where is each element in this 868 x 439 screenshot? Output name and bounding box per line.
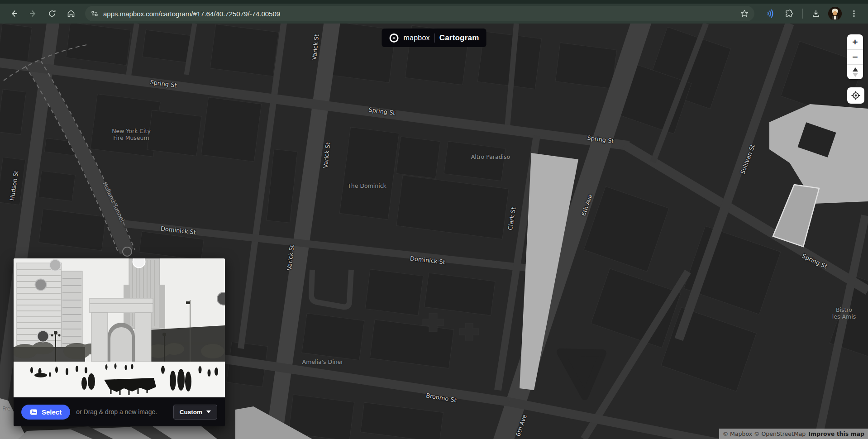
- source-photo: [14, 258, 225, 397]
- chevron-down-icon: [206, 410, 211, 413]
- zoom-out-button[interactable]: −: [847, 49, 863, 64]
- preset-dropdown[interactable]: Custom: [173, 405, 217, 420]
- mapbox-cartogram-logo: mapbox Cartogram: [382, 29, 486, 47]
- site-info-icon[interactable]: [91, 10, 99, 18]
- product-name: Cartogram: [439, 33, 479, 43]
- brand-name: mapbox: [404, 34, 430, 42]
- source-image-preview[interactable]: [14, 258, 225, 397]
- compass-button[interactable]: [847, 64, 863, 79]
- download-icon: [811, 9, 820, 18]
- logo-divider: [434, 33, 435, 43]
- cartogram-image-panel: Select or Drag & drop a new image. Custo…: [14, 258, 225, 426]
- bookmark-star-icon[interactable]: [740, 9, 749, 18]
- reload-icon: [48, 9, 57, 18]
- attribution-text[interactable]: © Mapbox © OpenStreetMap: [723, 430, 806, 437]
- forward-arrow-icon: [29, 9, 38, 18]
- avatar-face-icon: [828, 7, 842, 20]
- browser-menu-button[interactable]: [846, 6, 862, 21]
- home-icon: [67, 9, 76, 18]
- forward-button[interactable]: [25, 6, 41, 21]
- back-arrow-icon: [10, 9, 19, 18]
- back-button[interactable]: [6, 6, 22, 21]
- map-zoom-controls: + −: [847, 34, 863, 79]
- color-sample-handle[interactable]: [49, 259, 62, 272]
- geolocate-button[interactable]: [847, 87, 864, 104]
- profile-avatar[interactable]: [828, 7, 842, 20]
- geolocate-icon: [851, 91, 861, 100]
- address-bar[interactable]: apps.mapbox.com/cartogram/#17.64/40.7250…: [85, 6, 754, 21]
- cast-indicator-button[interactable]: [763, 6, 778, 21]
- reload-button[interactable]: [44, 6, 60, 21]
- mapbox-logo-icon: [389, 33, 399, 43]
- zoom-in-button[interactable]: +: [847, 34, 863, 49]
- map-attribution: © Mapbox © OpenStreetMap Improve this ma…: [719, 429, 868, 439]
- select-label: Select: [42, 408, 62, 416]
- browser-toolbar: apps.mapbox.com/cartogram/#17.64/40.7250…: [0, 0, 868, 24]
- drag-drop-hint: or Drag & drop a new image.: [76, 408, 157, 415]
- kebab-menu-icon: [850, 10, 858, 18]
- puzzle-icon: [785, 9, 794, 18]
- color-sample-handle[interactable]: [35, 279, 47, 291]
- preset-label: Custom: [180, 409, 202, 415]
- home-button[interactable]: [63, 6, 79, 21]
- select-image-button[interactable]: Select: [21, 405, 70, 420]
- url-text[interactable]: apps.mapbox.com/cartogram/#17.64/40.7250…: [103, 10, 740, 18]
- cast-waves-icon: [765, 9, 775, 19]
- toolbar-divider: [802, 9, 803, 19]
- tunnel-portal-marker: [123, 247, 132, 256]
- window-frame-strip: [0, 0, 868, 4]
- color-sample-handle[interactable]: [37, 330, 49, 343]
- image-icon: [30, 408, 38, 416]
- extensions-button[interactable]: [782, 6, 797, 21]
- improve-map-link[interactable]: Improve this map: [808, 430, 864, 437]
- panel-action-bar: Select or Drag & drop a new image. Custo…: [14, 397, 225, 426]
- downloads-button[interactable]: [808, 6, 824, 21]
- compass-icon: [853, 67, 858, 77]
